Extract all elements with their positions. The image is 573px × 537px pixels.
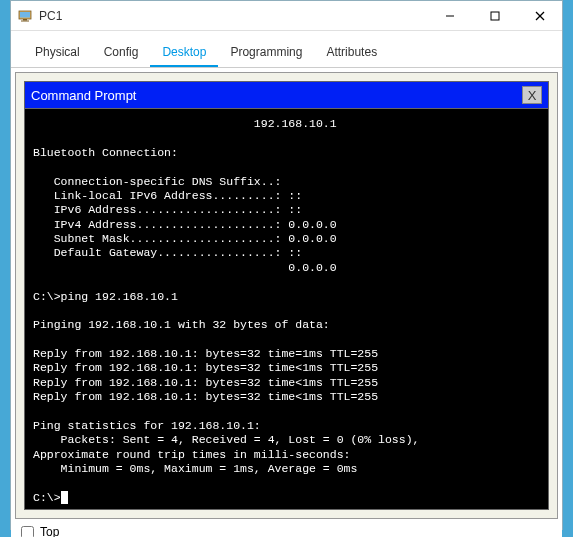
tab-desktop[interactable]: Desktop <box>150 39 218 67</box>
minimize-button[interactable] <box>427 1 472 31</box>
top-checkbox[interactable] <box>21 526 34 537</box>
bottom-bar: Top <box>11 519 562 537</box>
tab-bar: Physical Config Desktop Programming Attr… <box>11 31 562 68</box>
command-prompt-header: Command Prompt X <box>24 81 549 109</box>
command-prompt-close-button[interactable]: X <box>522 86 542 104</box>
window-title: PC1 <box>39 9 427 23</box>
window-controls <box>427 1 562 31</box>
maximize-button[interactable] <box>472 1 517 31</box>
tab-config[interactable]: Config <box>92 39 151 67</box>
title-bar: PC1 <box>11 1 562 31</box>
close-button[interactable] <box>517 1 562 31</box>
pc-icon <box>17 8 33 24</box>
svg-rect-3 <box>21 20 29 21</box>
top-checkbox-label: Top <box>40 525 59 537</box>
command-prompt-title: Command Prompt <box>31 88 522 103</box>
terminal-output[interactable]: 192.168.10.1 Bluetooth Connection: Conne… <box>24 109 549 510</box>
app-window: PC1 Physical Config Desktop Programming … <box>10 0 563 530</box>
terminal-cursor <box>61 491 68 504</box>
terminal-text: 192.168.10.1 Bluetooth Connection: Conne… <box>33 117 419 504</box>
svg-rect-2 <box>23 19 27 21</box>
tab-programming[interactable]: Programming <box>218 39 314 67</box>
svg-rect-5 <box>491 12 499 20</box>
tab-physical[interactable]: Physical <box>23 39 92 67</box>
desktop-panel: Command Prompt X 192.168.10.1 Bluetooth … <box>15 72 558 519</box>
tab-attributes[interactable]: Attributes <box>314 39 389 67</box>
svg-rect-1 <box>20 12 30 18</box>
